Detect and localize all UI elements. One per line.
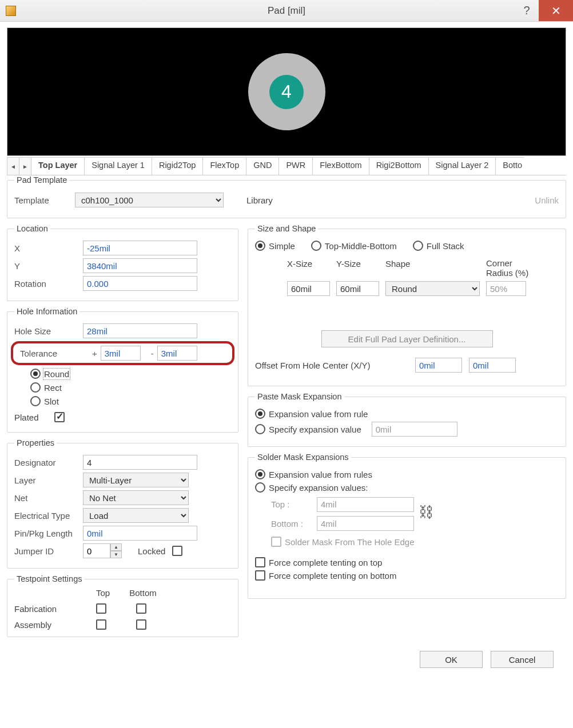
- testpoint-legend: Testpoint Settings: [14, 574, 84, 583]
- solder-mask-group: Solder Mask Expansions Expansion value f…: [248, 453, 566, 599]
- xsize-input[interactable]: [287, 281, 330, 296]
- net-select[interactable]: No Net: [83, 490, 189, 505]
- ysize-input[interactable]: [336, 281, 379, 296]
- tab-signal-layer-2[interactable]: Signal Layer 2: [428, 157, 496, 175]
- solder-spec-radio[interactable]: [255, 482, 265, 493]
- hole-edge-label: Solder Mask From The Hole Edge: [285, 537, 415, 547]
- tab-flextop[interactable]: FlexTop: [202, 157, 246, 175]
- tent-top-checkbox[interactable]: [255, 557, 265, 567]
- tab-signal-layer-1[interactable]: Signal Layer 1: [84, 157, 152, 175]
- tolerance-minus-input[interactable]: [157, 346, 197, 361]
- tab-rigid2top[interactable]: Rigid2Top: [152, 157, 204, 175]
- pin-pkg-length-input[interactable]: [83, 526, 197, 541]
- fab-top-checkbox[interactable]: [96, 603, 106, 614]
- jumper-id-input[interactable]: [83, 543, 110, 558]
- hole-shape-slot-label: Slot: [44, 397, 59, 406]
- paste-rule-radio[interactable]: [255, 409, 265, 419]
- shape-select[interactable]: Round: [385, 281, 480, 296]
- simple-radio[interactable]: [255, 241, 265, 251]
- paste-value-input: [372, 422, 457, 437]
- rotation-label: Rotation: [14, 279, 83, 289]
- title-bar: Pad [mil] ? ✕: [0, 0, 573, 22]
- layer-select[interactable]: Multi-Layer: [83, 473, 189, 487]
- hole-shape-round-label: Round: [44, 369, 69, 379]
- pad-outer-circle: 4: [248, 53, 325, 130]
- help-button[interactable]: ?: [515, 0, 539, 21]
- tmb-radio[interactable]: [311, 241, 321, 251]
- hole-shape-round-radio[interactable]: [30, 369, 41, 379]
- jumper-id-spinner[interactable]: ▲▼: [83, 543, 122, 558]
- tp-top-header: Top: [96, 588, 110, 598]
- unlink-link[interactable]: Unlink: [535, 195, 559, 205]
- edit-full-pad-button[interactable]: Edit Full Pad Layer Definition...: [321, 330, 493, 347]
- solder-top-input: [317, 497, 414, 512]
- jumper-id-label: Jumper ID: [14, 546, 83, 556]
- corner-header: Corner Radius (%): [486, 259, 538, 278]
- y-input[interactable]: [83, 258, 197, 273]
- solder-spec-label: Specify expansion values:: [269, 483, 368, 493]
- pad-template-legend: Pad Template: [14, 175, 69, 185]
- spinner-up-icon[interactable]: ▲: [110, 543, 122, 551]
- tab-rigi2bottom[interactable]: Rigi2Bottom: [369, 157, 429, 175]
- full-stack-radio[interactable]: [413, 241, 423, 251]
- paste-spec-radio[interactable]: [255, 424, 265, 434]
- designator-input[interactable]: [83, 455, 197, 470]
- cancel-button[interactable]: Cancel: [491, 651, 554, 668]
- size-shape-group: Size and Shape Simple Top-Middle-Bottom …: [248, 224, 566, 386]
- solder-top-label: Top :: [271, 499, 317, 509]
- tent-top-label: Force complete tenting on top: [269, 558, 382, 567]
- electrical-type-label: Electrical Type: [14, 511, 83, 521]
- solder-bottom-label: Bottom :: [271, 519, 317, 529]
- tab-flexbottom[interactable]: FlexBottom: [312, 157, 369, 175]
- hole-info-group: Hole Information Hole Size Tolerance + -…: [7, 307, 238, 433]
- close-button[interactable]: ✕: [539, 0, 573, 21]
- plated-checkbox[interactable]: [54, 412, 65, 422]
- properties-group: Properties Designator Layer Multi-Layer …: [7, 438, 238, 569]
- rotation-input[interactable]: [83, 276, 197, 291]
- location-group: Location X Y Rotation: [7, 224, 238, 301]
- simple-label: Simple: [269, 241, 295, 251]
- offset-label: Offset From Hole Center (X/Y): [255, 361, 415, 370]
- tolerance-plus-input[interactable]: [101, 346, 141, 361]
- hole-shape-slot-radio[interactable]: [30, 396, 41, 406]
- library-label: Library: [246, 195, 273, 205]
- solder-legend: Solder Mask Expansions: [255, 453, 351, 462]
- tent-bottom-checkbox[interactable]: [255, 570, 265, 581]
- plated-label: Plated: [14, 413, 54, 422]
- hole-shape-rect-radio[interactable]: [30, 382, 41, 393]
- plus-sign: +: [92, 349, 97, 358]
- locked-checkbox[interactable]: [172, 546, 182, 556]
- asm-bottom-checkbox[interactable]: [136, 619, 146, 630]
- x-input[interactable]: [83, 241, 197, 255]
- offset-y-input[interactable]: [469, 358, 516, 373]
- fabrication-label: Fabrication: [14, 604, 57, 614]
- minus-sign: -: [151, 349, 154, 358]
- offset-x-input[interactable]: [415, 358, 462, 373]
- location-legend: Location: [14, 224, 50, 233]
- tab-pwr[interactable]: PWR: [278, 157, 313, 175]
- paste-spec-label: Specify expansion value: [269, 425, 361, 434]
- asm-top-checkbox[interactable]: [96, 619, 106, 630]
- tab-top-layer[interactable]: Top Layer: [31, 157, 85, 175]
- link-icon[interactable]: ⛓: [419, 503, 433, 521]
- hole-legend: Hole Information: [14, 307, 79, 316]
- hole-size-input[interactable]: [83, 323, 197, 338]
- template-select[interactable]: c0h100_1000: [75, 193, 224, 207]
- fab-bottom-checkbox[interactable]: [136, 603, 146, 614]
- ok-button[interactable]: OK: [420, 651, 483, 668]
- tab-bottom[interactable]: Botto: [495, 157, 524, 175]
- tab-gnd[interactable]: GND: [246, 157, 279, 175]
- tent-bottom-label: Force complete tenting on bottom: [269, 571, 396, 581]
- locked-label: Locked: [138, 546, 165, 556]
- hole-edge-checkbox: [271, 537, 281, 547]
- pin-pkg-length-label: Pin/Pkg Length: [14, 529, 83, 538]
- spinner-down-icon[interactable]: ▼: [110, 551, 122, 558]
- testpoint-group: Testpoint Settings Top Bottom Fabricatio…: [7, 574, 238, 637]
- solder-rules-radio[interactable]: [255, 469, 265, 479]
- hole-size-label: Hole Size: [14, 326, 83, 336]
- net-label: Net: [14, 493, 83, 503]
- electrical-type-select[interactable]: Load: [83, 508, 189, 523]
- tabs-scroll-left[interactable]: ◄: [7, 157, 19, 175]
- tabs-scroll-right[interactable]: ►: [19, 157, 31, 175]
- window-title: Pad [mil]: [0, 5, 573, 17]
